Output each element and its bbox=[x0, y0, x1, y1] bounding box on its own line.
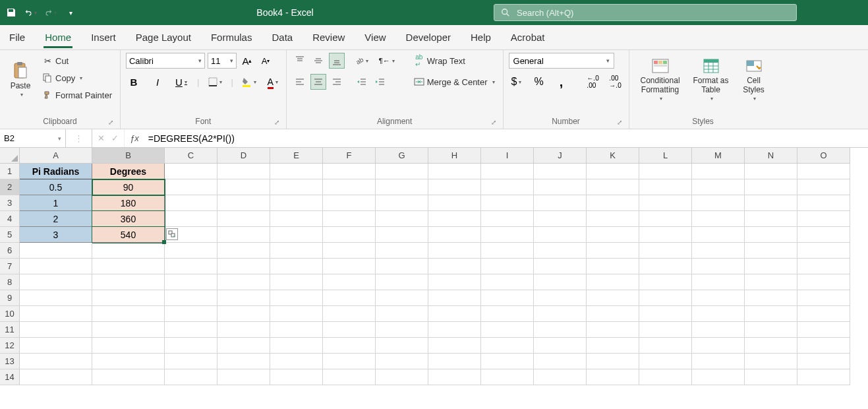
cell[interactable] bbox=[797, 322, 850, 338]
cell[interactable]: 360 bbox=[92, 211, 165, 227]
cell[interactable] bbox=[217, 243, 270, 259]
cell[interactable] bbox=[428, 259, 481, 274]
decrease-font-icon[interactable]: A▾ bbox=[258, 53, 274, 69]
cell[interactable] bbox=[639, 179, 692, 195]
cell[interactable] bbox=[428, 306, 481, 322]
cell[interactable] bbox=[428, 290, 481, 306]
cell[interactable] bbox=[217, 306, 270, 322]
cell[interactable]: Degrees bbox=[92, 164, 165, 179]
tab-developer[interactable]: Developer bbox=[405, 26, 452, 48]
cell[interactable] bbox=[481, 195, 534, 211]
cell[interactable] bbox=[270, 211, 323, 227]
cell[interactable] bbox=[745, 354, 797, 369]
cell[interactable] bbox=[428, 195, 481, 211]
redo-icon[interactable] bbox=[45, 7, 57, 18]
col-header-H[interactable]: H bbox=[428, 148, 481, 164]
cell[interactable] bbox=[323, 211, 376, 227]
cell[interactable] bbox=[639, 211, 692, 227]
cell[interactable] bbox=[534, 290, 587, 306]
cell[interactable] bbox=[692, 274, 745, 290]
align-center-icon[interactable] bbox=[310, 74, 326, 90]
cell[interactable] bbox=[20, 290, 92, 306]
cell[interactable] bbox=[376, 369, 428, 385]
cell[interactable] bbox=[745, 227, 797, 243]
cell[interactable]: 180 bbox=[92, 195, 165, 211]
cell[interactable] bbox=[165, 306, 217, 322]
align-middle-icon[interactable] bbox=[310, 53, 326, 69]
cell[interactable]: 90 bbox=[92, 179, 165, 195]
cell[interactable] bbox=[270, 322, 323, 338]
cell[interactable]: Pi Radians bbox=[20, 164, 92, 179]
cell[interactable] bbox=[20, 322, 92, 338]
col-header-J[interactable]: J bbox=[534, 148, 587, 164]
cell[interactable] bbox=[745, 306, 797, 322]
cell[interactable] bbox=[323, 227, 376, 243]
number-launcher-icon[interactable]: ⤢ bbox=[617, 119, 622, 126]
cell[interactable] bbox=[165, 338, 217, 354]
cell[interactable] bbox=[797, 243, 850, 259]
format-as-table-button[interactable]: Format as Table bbox=[690, 53, 732, 106]
cell[interactable] bbox=[639, 290, 692, 306]
cell[interactable] bbox=[692, 354, 745, 369]
tab-file[interactable]: File bbox=[8, 26, 26, 48]
cell[interactable] bbox=[797, 369, 850, 385]
cell[interactable] bbox=[797, 354, 850, 369]
conditional-formatting-button[interactable]: Conditional Formatting bbox=[635, 53, 686, 106]
row-header[interactable]: 2 bbox=[0, 179, 20, 195]
clipboard-launcher-icon[interactable]: ⤢ bbox=[108, 119, 113, 126]
cell[interactable] bbox=[376, 227, 428, 243]
cell[interactable] bbox=[20, 338, 92, 354]
number-format-select[interactable]: General▾ bbox=[509, 53, 614, 69]
cell[interactable] bbox=[587, 306, 639, 322]
cell[interactable] bbox=[481, 322, 534, 338]
cell[interactable] bbox=[217, 338, 270, 354]
tab-home[interactable]: Home bbox=[43, 26, 72, 48]
cell[interactable] bbox=[797, 338, 850, 354]
col-header-G[interactable]: G bbox=[376, 148, 428, 164]
cell[interactable] bbox=[639, 227, 692, 243]
cell[interactable] bbox=[481, 369, 534, 385]
fx-icon[interactable]: ƒx bbox=[125, 129, 144, 147]
cell[interactable] bbox=[92, 274, 165, 290]
cell[interactable] bbox=[217, 179, 270, 195]
cell[interactable] bbox=[270, 274, 323, 290]
alignment-launcher-icon[interactable]: ⤢ bbox=[491, 119, 496, 126]
col-header-L[interactable]: L bbox=[639, 148, 692, 164]
cell[interactable] bbox=[745, 211, 797, 227]
cell[interactable] bbox=[92, 354, 165, 369]
col-header-N[interactable]: N bbox=[745, 148, 797, 164]
cell[interactable] bbox=[376, 290, 428, 306]
cell[interactable] bbox=[376, 354, 428, 369]
cell[interactable] bbox=[428, 322, 481, 338]
cell[interactable] bbox=[587, 243, 639, 259]
cell[interactable] bbox=[692, 179, 745, 195]
italic-button[interactable]: I bbox=[150, 74, 165, 90]
cell[interactable] bbox=[745, 369, 797, 385]
cell[interactable] bbox=[20, 243, 92, 259]
cell[interactable] bbox=[639, 195, 692, 211]
row-header[interactable]: 14 bbox=[0, 369, 20, 385]
cell[interactable] bbox=[481, 179, 534, 195]
font-color-button[interactable]: A bbox=[265, 74, 281, 90]
cell[interactable] bbox=[639, 306, 692, 322]
cell[interactable] bbox=[270, 179, 323, 195]
cell[interactable] bbox=[481, 211, 534, 227]
row-header[interactable]: 12 bbox=[0, 338, 20, 354]
cell[interactable] bbox=[797, 306, 850, 322]
cell[interactable] bbox=[323, 338, 376, 354]
wrap-text-button[interactable]: ab↵Wrap Text bbox=[411, 53, 498, 69]
tab-insert[interactable]: Insert bbox=[90, 26, 117, 48]
cell[interactable] bbox=[165, 274, 217, 290]
align-left-icon[interactable] bbox=[292, 74, 308, 90]
cell[interactable] bbox=[323, 243, 376, 259]
cell[interactable] bbox=[376, 243, 428, 259]
cell[interactable] bbox=[376, 259, 428, 274]
cell[interactable] bbox=[428, 211, 481, 227]
decrease-decimal-icon[interactable]: .00→.0 bbox=[608, 74, 623, 90]
cell[interactable] bbox=[428, 354, 481, 369]
cell[interactable] bbox=[270, 338, 323, 354]
cell[interactable] bbox=[92, 322, 165, 338]
cell[interactable] bbox=[323, 354, 376, 369]
cell[interactable] bbox=[165, 195, 217, 211]
cell[interactable] bbox=[692, 306, 745, 322]
